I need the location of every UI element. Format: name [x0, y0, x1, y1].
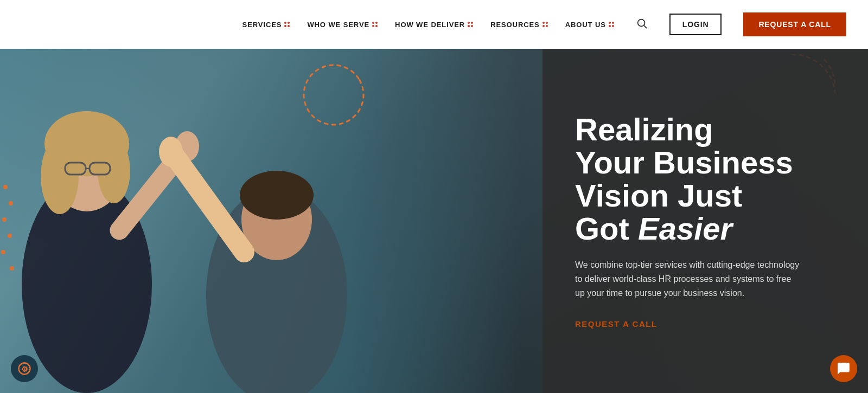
svg-point-15	[240, 171, 314, 220]
hero-subtext: We combine top-tier services with cuttin…	[575, 258, 803, 300]
nav-dots-how-we-deliver	[468, 22, 473, 27]
nav-item-resources[interactable]: RESOURCES	[490, 21, 548, 29]
main-nav: SERVICES WHO WE SERVE HOW WE DELIVER RES…	[242, 12, 846, 36]
nav-label-how-we-deliver: HOW WE DELIVER	[395, 21, 465, 29]
svg-point-20	[2, 217, 7, 222]
nav-dots-services	[284, 22, 290, 27]
hero-content-panel: Realizing Your Business Vision Just Got …	[542, 49, 868, 393]
svg-point-17	[159, 137, 183, 167]
chat-icon	[837, 362, 851, 376]
person-right-figure	[152, 68, 423, 393]
hero-headline: Realizing Your Business Vision Just Got …	[575, 113, 838, 246]
hero-section: Realizing Your Business Vision Just Got …	[0, 49, 868, 393]
nav-dots-about-us	[609, 22, 614, 27]
nav-label-services: SERVICES	[242, 21, 282, 29]
hero-headline-emphasis: Easier	[638, 211, 732, 246]
svg-point-6	[41, 138, 79, 214]
hero-person-right	[152, 68, 423, 393]
svg-point-23	[10, 266, 14, 270]
svg-text:⚙: ⚙	[21, 365, 28, 373]
svg-point-2	[298, 60, 369, 130]
nav-label-about-us: ABOUT US	[565, 21, 606, 29]
chat-button[interactable]	[830, 355, 857, 382]
headset-icon: ⚙	[17, 361, 32, 376]
search-icon	[636, 17, 648, 29]
svg-point-0	[638, 20, 645, 27]
orange-dots-decoration	[0, 176, 16, 285]
svg-point-22	[1, 250, 5, 254]
nav-dots-who-we-serve	[372, 22, 378, 27]
search-button[interactable]	[636, 17, 648, 31]
hero-headline-line2: Your Business	[575, 145, 793, 180]
nav-item-how-we-deliver[interactable]: HOW WE DELIVER	[395, 21, 473, 29]
svg-line-1	[644, 25, 647, 28]
svg-point-19	[9, 201, 13, 205]
nav-item-about-us[interactable]: ABOUT US	[565, 21, 614, 29]
nav-dots-resources	[542, 22, 548, 27]
hero-headline-line4: Got	[575, 211, 638, 246]
svg-point-7	[98, 138, 130, 203]
hero-headline-line1: Realizing	[575, 112, 713, 147]
svg-point-21	[8, 234, 12, 238]
hero-headline-line3: Vision Just	[575, 178, 742, 213]
site-header: SERVICES WHO WE SERVE HOW WE DELIVER RES…	[0, 0, 868, 49]
request-call-header-button[interactable]: REQUEST A CALL	[743, 12, 846, 36]
nav-item-who-we-serve[interactable]: WHO WE SERVE	[307, 21, 378, 29]
login-button[interactable]: LOGIN	[669, 14, 722, 35]
nav-label-resources: RESOURCES	[490, 21, 540, 29]
nav-item-services[interactable]: SERVICES	[242, 21, 290, 29]
request-call-hero-button[interactable]: REQUEST A CALL	[575, 319, 838, 328]
nav-label-who-we-serve: WHO WE SERVE	[307, 21, 369, 29]
svg-line-16	[174, 154, 244, 252]
support-badge-button[interactable]: ⚙	[11, 355, 38, 382]
dotted-circle-decoration-top	[298, 60, 369, 130]
svg-point-18	[3, 185, 8, 189]
